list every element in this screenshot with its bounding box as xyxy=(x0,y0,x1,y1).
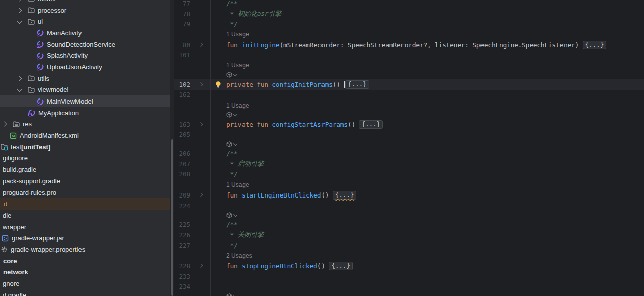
code-token: fun xyxy=(226,262,242,270)
code-line-101[interactable]: 101 xyxy=(174,50,644,60)
code-token: /** xyxy=(226,0,238,7)
code-line-208[interactable]: 208 */ xyxy=(174,169,644,180)
tree-scrollbar-thumb[interactable] xyxy=(171,139,173,296)
folded-code-badge[interactable]: {...} xyxy=(359,120,383,129)
tree-item-test[interactable]: test [unitTest] xyxy=(0,141,172,153)
tree-item-build-gradle[interactable]: build.gradle xyxy=(0,164,172,175)
fold-arrow-icon[interactable] xyxy=(199,264,203,268)
code-line-234[interactable]: 234 xyxy=(174,282,644,292)
fold-arrow-icon[interactable] xyxy=(199,43,203,47)
code-line-227[interactable]: 227 */ xyxy=(174,240,644,251)
tree-item-uploadjsonactivity[interactable]: UploadJsonActivity xyxy=(0,61,172,73)
tree-item-proguard-rules-pro[interactable]: proguard-rules.pro xyxy=(0,187,172,199)
folded-code-badge[interactable]: {...} xyxy=(345,80,369,89)
code-token: 启动引擎 xyxy=(238,159,264,168)
tree-item-splashactivity[interactable]: SplashActivity xyxy=(0,50,172,61)
tree-item-processor[interactable]: processor xyxy=(0,5,172,16)
fold-arrow-icon[interactable] xyxy=(199,82,203,86)
line-number: 206 xyxy=(174,150,190,157)
tree-item-label: utils xyxy=(38,75,49,82)
code-line-102[interactable]: 102private fun configInitParams() {...} xyxy=(174,79,644,90)
code-token: () xyxy=(333,81,344,88)
tree-item-d[interactable]: d xyxy=(0,198,172,210)
folded-code-badge[interactable]: {...} xyxy=(583,41,607,49)
tree-item-viewmodel[interactable]: viewmodel xyxy=(0,84,172,96)
related-symbols-inlay[interactable] xyxy=(226,140,237,148)
tree-item-gitignore[interactable]: gitignore xyxy=(0,153,172,164)
code-token: startEngineBtnClicked xyxy=(242,191,321,199)
usages-hint[interactable]: 1 Usage xyxy=(226,179,249,190)
usages-hint-row: 2 Usages xyxy=(174,250,644,261)
right-margin-guide xyxy=(592,0,592,296)
chevron-right-icon[interactable] xyxy=(17,76,22,81)
code-line-79[interactable]: 79 */ xyxy=(174,19,644,29)
line-number: 209 xyxy=(174,191,190,199)
code-line-228[interactable]: 228fun stopEngineBtnClicked() {...} xyxy=(174,261,644,271)
usages-hint[interactable]: 1 Usage xyxy=(226,60,249,71)
code-token: private fun xyxy=(226,81,272,88)
tree-item-core[interactable]: core xyxy=(0,255,172,267)
folded-code-badge[interactable]: {...} xyxy=(329,262,353,270)
tree-item-network[interactable]: network xyxy=(0,267,172,278)
code-text: fun stopEngineBtnClicked() {...} xyxy=(226,262,353,270)
tree-item-dle[interactable]: dle xyxy=(0,210,172,221)
code-token: configStartAsrParams xyxy=(272,121,348,128)
code-line-80[interactable]: 80fun initEngine(mStreamRecorder: Speech… xyxy=(174,40,644,50)
code-line-224[interactable]: 224 xyxy=(174,201,644,211)
tree-item-d-gradle[interactable]: d.gradle xyxy=(0,289,172,296)
chevron-down-icon[interactable] xyxy=(17,19,22,24)
usages-hint[interactable]: 1 Usage xyxy=(226,100,249,111)
code-line-225[interactable]: 225/** xyxy=(174,219,644,230)
chevron-down-icon-inlay xyxy=(233,72,237,76)
code-line-77[interactable]: 77/** xyxy=(174,0,644,9)
chevron-right-icon[interactable] xyxy=(2,122,7,127)
tree-item-ui[interactable]: ui xyxy=(0,16,172,27)
line-number: 207 xyxy=(174,160,190,168)
code-line-162[interactable]: 162 xyxy=(174,90,644,101)
chevron-right-icon[interactable] xyxy=(17,8,22,13)
fold-arrow-icon[interactable] xyxy=(199,122,203,126)
tree-item-mainactivity[interactable]: MainActivity xyxy=(0,27,172,39)
related-symbols-inlay[interactable] xyxy=(226,211,237,219)
fold-arrow-icon[interactable] xyxy=(199,193,203,197)
code-token: */ xyxy=(226,20,238,28)
related-symbols-inlay[interactable] xyxy=(226,71,237,79)
tree-item-mainviewmodel[interactable]: MainViewModel xyxy=(0,95,172,107)
code-line-233[interactable]: 233 xyxy=(174,271,644,282)
chevron-down-icon[interactable] xyxy=(17,87,22,92)
related-symbols-inlay[interactable] xyxy=(226,292,237,296)
tree-item-gnore[interactable]: gnore xyxy=(0,278,172,289)
tree-item-model[interactable]: model xyxy=(0,0,172,5)
folder-res-icon xyxy=(12,120,20,128)
code-line-207[interactable]: 207 * 启动引擎 xyxy=(174,159,644,169)
tree-item-wrapper[interactable]: wrapper xyxy=(0,221,172,233)
code-line-205[interactable]: 205 xyxy=(174,130,644,140)
tree-item-pack-support-gradle[interactable]: pack-support.gradle xyxy=(0,175,172,187)
project-tree: modelprocessoruiMainActivitySoundDetecti… xyxy=(0,0,172,296)
tree-item-label: SoundDetectionService xyxy=(47,41,115,48)
code-line-209[interactable]: 209fun startEngineBtnClicked() {...} xyxy=(174,190,644,201)
tree-item-androidmanifest-xml[interactable]: MAndroidManifest.xml xyxy=(0,130,172,141)
tree-item-utils[interactable]: utils xyxy=(0,73,172,84)
intention-bulb-icon[interactable] xyxy=(214,80,222,88)
usages-hint[interactable]: 1 Usage xyxy=(226,29,249,40)
jar-icon xyxy=(1,234,9,242)
related-symbols-inlay[interactable] xyxy=(226,111,237,119)
inlay-hint-row xyxy=(174,140,644,148)
chevron-right-icon[interactable] xyxy=(17,0,22,1)
code-line-226[interactable]: 226 * 关闭引擎 xyxy=(174,230,644,240)
usages-hint[interactable]: 2 Usages xyxy=(226,250,252,261)
tree-item-res[interactable]: res xyxy=(0,119,172,130)
tree-item-gradle-wrapper-jar[interactable]: gradle-wrapper.jar xyxy=(0,232,172,244)
cube-icon xyxy=(226,141,232,147)
code-line-78[interactable]: 78 * 初始化asr引擎 xyxy=(174,9,644,19)
tree-item-myapplication[interactable]: MyApplication xyxy=(0,107,172,119)
tree-item-sounddetectionservice[interactable]: SoundDetectionService xyxy=(0,39,172,50)
code-line-206[interactable]: 206/** xyxy=(174,148,644,159)
code-line-163[interactable]: 163private fun configStartAsrParams() {.… xyxy=(174,119,644,130)
code-editor[interactable]: 77/**78 * 初始化asr引擎79 */1 Usage80fun init… xyxy=(174,0,644,296)
code-token: */ xyxy=(226,170,238,178)
code-token: * xyxy=(226,231,238,239)
tree-item-gradle-wrapper-properties[interactable]: gradle-wrapper.properties xyxy=(0,244,172,255)
folded-code-badge[interactable]: {...} xyxy=(333,191,357,200)
